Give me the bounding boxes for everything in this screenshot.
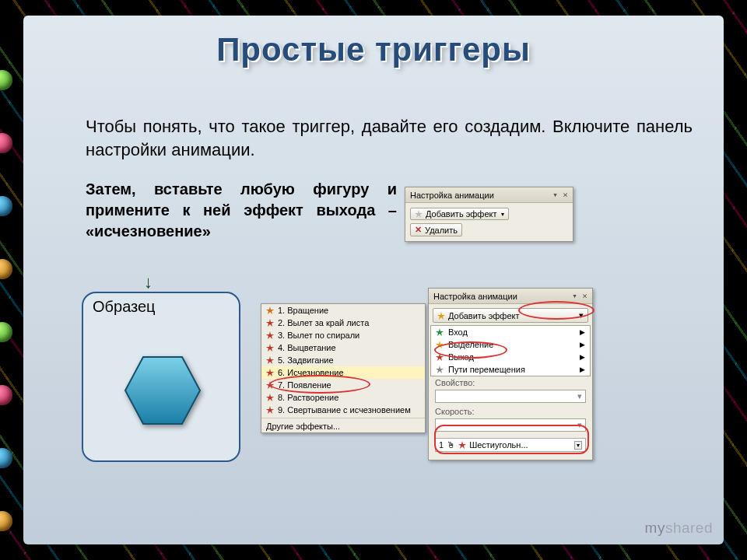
effect-item[interactable]: 1. Вращение (261, 304, 425, 317)
svg-marker-9 (266, 394, 274, 401)
effect-item[interactable]: 7. Появление (261, 379, 425, 391)
slide-dots (0, 70, 12, 531)
panel-title-bar: Настройка анимации ▾ × (429, 289, 592, 304)
svg-marker-1 (415, 210, 423, 218)
panel-title-bar: Настройка анимации ▾ × (405, 187, 573, 203)
speed-label: Скорость: (430, 405, 591, 418)
mouse-icon: 🖱 (447, 440, 455, 450)
effect-item-highlighted[interactable]: 6. Исчезновение (261, 366, 425, 379)
effects-list-panel: 1. Вращение 2. Вылет за край листа 3. Вы… (261, 303, 426, 433)
dot-green (0, 70, 12, 90)
slide-title: Простые триггеры (23, 31, 724, 68)
property-select[interactable]: ▾ (435, 390, 586, 403)
effect-item[interactable]: 4. Выцветание (261, 341, 425, 354)
sample-label: Образец (93, 298, 156, 316)
more-effects[interactable]: Другие эффекты... (261, 418, 425, 432)
close-icon[interactable]: ▾ × (572, 291, 587, 301)
add-effect-dropdown[interactable]: Добавить эффект ▾ (433, 308, 588, 323)
effect-item[interactable]: 2. Вылет за край листа (261, 317, 425, 329)
menu-item-entrance[interactable]: Вход▶ (431, 326, 590, 338)
delete-label: Удалить (425, 226, 458, 235)
delete-button[interactable]: ✕ Удалить (410, 223, 462, 236)
svg-marker-4 (266, 331, 274, 339)
speed-select[interactable]: ▾ (435, 418, 586, 432)
effect-item[interactable]: 5. Задвигание (261, 354, 425, 366)
svg-marker-16 (458, 441, 466, 449)
chevron-down-icon: ▾ (579, 310, 584, 320)
animation-panel-main: Настройка анимации ▾ × Добавить эффект ▾… (428, 288, 593, 460)
menu-item-emphasis[interactable]: Выделение▶ (431, 338, 590, 351)
close-icon[interactable]: ▾ × (552, 190, 568, 200)
svg-marker-11 (437, 312, 445, 320)
star-icon (437, 312, 445, 320)
svg-marker-0 (125, 357, 200, 424)
menu-item-motion-paths[interactable]: Пути перемещения▶ (431, 363, 590, 376)
hexagon-shape (124, 355, 202, 425)
effect-name: Шестиугольн... (469, 440, 528, 450)
svg-marker-10 (266, 406, 274, 414)
slide: Простые триггеры Чтобы понять, что такое… (23, 16, 724, 544)
property-label: Свойство: (430, 376, 591, 389)
instruction-paragraph: Затем, вставьте любую фигуру и примените… (86, 179, 397, 242)
dot-blue (0, 448, 12, 468)
svg-marker-3 (266, 319, 274, 327)
dot-pink (0, 385, 12, 405)
dot-orange (0, 511, 12, 531)
effect-item[interactable]: 9. Свертывание с исчезновением (261, 404, 425, 416)
svg-marker-8 (266, 381, 274, 389)
add-effect-label: Добавить эффект (426, 209, 496, 219)
svg-marker-7 (266, 369, 274, 376)
applied-effect-row[interactable]: 1 🖱 Шестиугольн... ▾ (435, 438, 586, 452)
chevron-down-icon[interactable]: ▾ (574, 441, 582, 450)
svg-marker-6 (266, 356, 274, 364)
effect-item[interactable]: 3. Вылет по спирали (261, 329, 425, 341)
effect-item[interactable]: 8. Растворение (261, 391, 425, 404)
panel-title-text: Настройка анимации (410, 191, 494, 200)
animation-panel-small: Настройка анимации ▾ × Добавить эффект ▾… (405, 187, 573, 242)
sample-frame: Образец (82, 292, 240, 462)
svg-marker-13 (436, 341, 444, 348)
arrow-down-icon: ↓ (144, 272, 153, 292)
star-icon (458, 441, 466, 449)
dot-green (0, 322, 12, 342)
svg-marker-15 (436, 366, 444, 373)
svg-marker-5 (266, 344, 274, 352)
svg-marker-2 (266, 306, 274, 314)
effect-type-submenu: Вход▶ Выделение▶ Выход▶ Пути перемещения… (430, 325, 591, 376)
star-icon (415, 210, 423, 218)
watermark: myshared (645, 520, 713, 537)
svg-marker-12 (436, 328, 444, 336)
menu-item-exit[interactable]: Выход▶ (431, 351, 590, 363)
svg-marker-14 (436, 353, 444, 361)
panel-title-text: Настройка анимации (433, 292, 517, 301)
add-effect-button[interactable]: Добавить эффект ▾ (410, 208, 509, 220)
dot-orange (0, 259, 12, 279)
dot-pink (0, 133, 12, 153)
dot-blue (0, 196, 12, 216)
effect-index: 1 (439, 440, 444, 450)
delete-x-icon: ✕ (415, 225, 422, 235)
intro-paragraph: Чтобы понять, что такое триггер, давайте… (86, 115, 693, 161)
